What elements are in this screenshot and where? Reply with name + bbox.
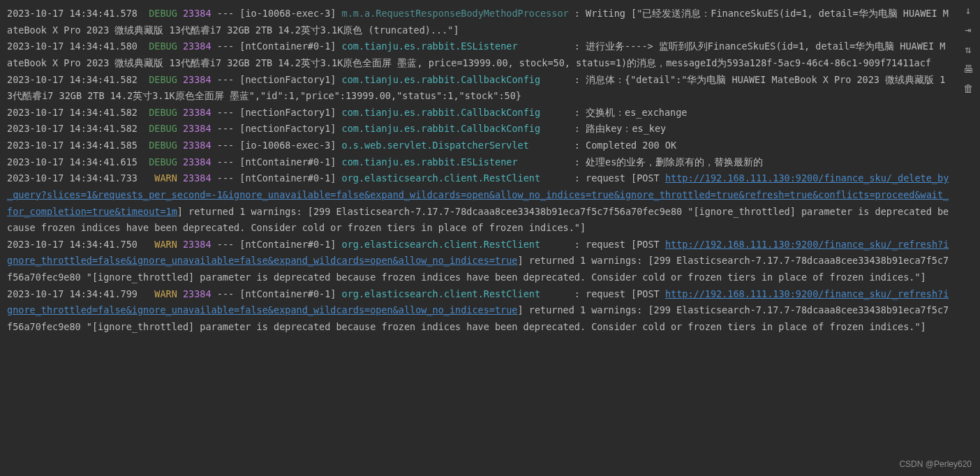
log-line: 2023-10-17 14:34:41.615 DEBUG 23384 --- … xyxy=(7,154,949,171)
logger-name: org.elasticsearch.client.RestClient xyxy=(342,288,569,299)
log-level: DEBUG xyxy=(149,123,177,134)
timestamp: 2023-10-17 14:34:41.580 xyxy=(7,40,138,52)
log-line: 2023-10-17 14:34:41.578 DEBUG 23384 --- … xyxy=(7,6,949,38)
log-line: 2023-10-17 14:34:41.580 DEBUG 23384 --- … xyxy=(7,38,949,71)
timestamp: 2023-10-17 14:34:41.750 xyxy=(7,239,138,250)
trash-icon[interactable]: 🗑 xyxy=(960,81,976,96)
pid: 23384 xyxy=(183,239,211,250)
log-message-pre: request [POST xyxy=(586,172,665,184)
pid: 23384 xyxy=(183,40,211,52)
logger-name: org.elasticsearch.client.RestClient xyxy=(342,239,569,250)
pid: 23384 xyxy=(183,74,211,85)
thread: [nectionFactory1] xyxy=(239,74,336,85)
log-message: 路由key：es_key xyxy=(586,123,666,134)
logger-name: com.tianju.es.rabbit.CallbackConfig xyxy=(342,74,569,85)
log-level: DEBUG xyxy=(149,40,177,52)
timestamp: 2023-10-17 14:34:41.733 xyxy=(7,172,138,184)
thread: [ntContainer#0-1] xyxy=(239,156,336,168)
log-line: 2023-10-17 14:34:41.582 DEBUG 23384 --- … xyxy=(7,72,949,105)
scroll-icon[interactable]: ⇅ xyxy=(960,42,976,57)
logger-name: m.m.a.RequestResponseBodyMethodProcessor xyxy=(342,8,569,19)
log-message: 处理es的业务，删除原有的，替换最新的 xyxy=(586,156,763,168)
pid: 23384 xyxy=(183,288,211,299)
logger-name: com.tianju.es.rabbit.CallbackConfig xyxy=(342,107,569,118)
log-level: DEBUG xyxy=(149,74,177,85)
pid: 23384 xyxy=(183,156,211,168)
thread: [ntContainer#0-1] xyxy=(239,239,336,250)
thread: [nectionFactory1] xyxy=(239,123,336,134)
download-icon[interactable]: ↓ xyxy=(960,3,976,18)
thread: [nectionFactory1] xyxy=(239,107,336,118)
log-level: DEBUG xyxy=(149,107,177,118)
log-line: 2023-10-17 14:34:41.585 DEBUG 23384 --- … xyxy=(7,137,949,154)
logger-name: o.s.web.servlet.DispatcherServlet xyxy=(342,140,569,151)
log-level: DEBUG xyxy=(149,140,177,151)
thread: [ntContainer#0-1] xyxy=(239,288,336,299)
thread: [ntContainer#0-1] xyxy=(239,172,336,184)
log-output[interactable]: 2023-10-17 14:34:41.578 DEBUG 23384 --- … xyxy=(0,0,956,476)
log-message-pre: request [POST xyxy=(586,239,665,250)
log-line: 2023-10-17 14:34:41.582 DEBUG 23384 --- … xyxy=(7,121,949,137)
log-line: 2023-10-17 14:34:41.733 WARN 23384 --- [… xyxy=(7,170,949,237)
timestamp: 2023-10-17 14:34:41.615 xyxy=(7,156,138,168)
log-level: WARN xyxy=(149,288,177,299)
logger-name: com.tianju.es.rabbit.ESListener xyxy=(342,40,569,52)
log-message-pre: request [POST xyxy=(586,288,665,299)
log-message: 交换机：es_exchange xyxy=(586,107,687,118)
logger-name: org.elasticsearch.client.RestClient xyxy=(342,172,569,184)
log-toolbar: ↓ ⇥ ⇅ 🖶 🗑 xyxy=(959,3,977,96)
log-level: DEBUG xyxy=(149,156,177,168)
pid: 23384 xyxy=(183,107,211,118)
timestamp: 2023-10-17 14:34:41.799 xyxy=(7,288,138,299)
log-level: WARN xyxy=(149,172,177,184)
log-line: 2023-10-17 14:34:41.582 DEBUG 23384 --- … xyxy=(7,105,949,121)
log-message: Completed 200 OK xyxy=(586,140,676,151)
log-level: DEBUG xyxy=(149,8,177,19)
thread: [io-10068-exec-3] xyxy=(239,8,336,19)
log-line: 2023-10-17 14:34:41.750 WARN 23384 --- [… xyxy=(7,237,949,286)
wrap-icon[interactable]: ⇥ xyxy=(960,22,976,38)
logger-name: com.tianju.es.rabbit.CallbackConfig xyxy=(342,123,569,134)
thread: [io-10068-exec-3] xyxy=(239,140,336,151)
pid: 23384 xyxy=(183,8,211,19)
timestamp: 2023-10-17 14:34:41.582 xyxy=(7,107,138,118)
log-line: 2023-10-17 14:34:41.799 WARN 23384 --- [… xyxy=(7,286,949,336)
pid: 23384 xyxy=(183,172,211,184)
log-level: WARN xyxy=(149,239,177,250)
watermark: CSDN @Perley620 xyxy=(899,457,972,472)
timestamp: 2023-10-17 14:34:41.582 xyxy=(7,74,138,85)
pid: 23384 xyxy=(183,140,211,151)
print-icon[interactable]: 🖶 xyxy=(960,61,976,77)
timestamp: 2023-10-17 14:34:41.582 xyxy=(7,123,138,134)
timestamp: 2023-10-17 14:34:41.585 xyxy=(7,140,138,151)
pid: 23384 xyxy=(183,123,211,134)
logger-name: com.tianju.es.rabbit.ESListener xyxy=(342,156,569,168)
thread: [ntContainer#0-1] xyxy=(239,40,336,52)
timestamp: 2023-10-17 14:34:41.578 xyxy=(7,8,138,19)
